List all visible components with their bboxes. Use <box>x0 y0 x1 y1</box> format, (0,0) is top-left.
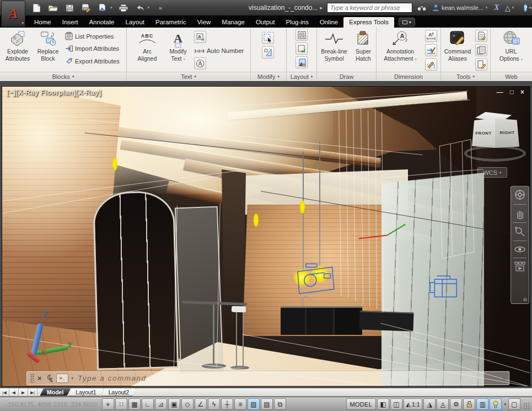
tab-model[interactable]: Model <box>40 388 71 396</box>
object-snap-tracking-toggle[interactable]: ∠ <box>195 398 207 410</box>
import-attributes-button[interactable]: Import Attributes <box>65 45 119 52</box>
merge-layout-button[interactable] <box>295 56 308 68</box>
stretch-multiple-button[interactable] <box>262 46 274 58</box>
quick-view-layouts-button[interactable]: ◧ <box>377 398 389 410</box>
customize-wrench-icon[interactable] <box>45 375 53 382</box>
tab-layout[interactable]: Layout <box>120 17 151 28</box>
command-close-icon[interactable]: × <box>37 374 42 382</box>
arc-aligned-button[interactable]: ABC ArcAligned <box>132 29 162 70</box>
panel-layout-footer[interactable]: Layout ▾ <box>287 72 316 81</box>
save-button[interactable] <box>64 2 75 13</box>
isolate-objects-button[interactable] <box>490 398 502 410</box>
application-menu-button[interactable]: A ▾ <box>1 1 25 27</box>
chevron-down-icon[interactable]: ▾ <box>110 6 112 10</box>
snap-mode-toggle[interactable]: ∷ <box>115 398 127 410</box>
orbit-icon[interactable] <box>514 244 526 254</box>
open-file-button[interactable] <box>47 2 58 13</box>
tab-output[interactable]: Output <box>250 17 281 28</box>
tab-online[interactable]: Online <box>314 17 343 28</box>
dim-reassociate-button[interactable] <box>425 44 437 56</box>
tab-view[interactable]: View <box>192 17 217 28</box>
signed-in-user[interactable]: kean.walmsle... ▾ <box>432 4 487 12</box>
copy-list-button[interactable] <box>475 44 487 56</box>
annotation-attachment-button[interactable]: A AnnotationAttachment ▾ <box>379 29 422 70</box>
wcs-dropdown[interactable]: WCS ▾ <box>477 167 507 178</box>
first-layout-button[interactable]: |◀ <box>0 388 9 396</box>
infer-constraints-toggle[interactable]: ⌖ <box>102 398 114 410</box>
panel-text-footer[interactable]: Text ▾ <box>127 72 250 81</box>
tab-layout1[interactable]: Layout1 <box>68 388 103 396</box>
list-properties-button[interactable]: List Properties <box>65 32 114 40</box>
command-aliases-button[interactable]: > CommandAliases <box>442 29 473 70</box>
dynamic-ucs-toggle[interactable]: ϟ <box>208 398 220 410</box>
print-button[interactable] <box>118 2 129 13</box>
lineweight-toggle[interactable]: ≡ <box>234 398 246 410</box>
transparency-toggle[interactable]: ▨ <box>248 398 260 410</box>
annotation-scale-button[interactable]: ◭ 1:1 <box>404 398 423 410</box>
chevron-down-icon[interactable]: ▾ <box>512 6 514 10</box>
doc-minimize-button[interactable]: — <box>497 88 503 96</box>
tab-insert[interactable]: Insert <box>57 17 84 28</box>
modify-text-button[interactable]: A ModifyText ▾ <box>163 29 193 70</box>
steering-wheel-icon[interactable] <box>514 189 526 201</box>
save-as-button[interactable] <box>80 2 92 13</box>
chevron-down-icon[interactable]: ▾ <box>72 376 74 381</box>
convert-text-button[interactable]: A <box>194 31 206 43</box>
lock-ui-button[interactable] <box>463 398 475 410</box>
enclose-text-button[interactable]: Ⓐ <box>194 57 206 70</box>
object-snap-toggle[interactable]: ▣ <box>168 398 180 410</box>
plot-button[interactable] <box>97 2 108 13</box>
panel-blocks-footer[interactable]: Blocks ▾ <box>0 72 126 81</box>
polar-tracking-toggle[interactable]: ⊿ <box>155 398 167 410</box>
model-space-button[interactable]: MODEL <box>346 398 376 410</box>
showmotion-icon[interactable] <box>514 261 525 271</box>
viewcube-compass-ring[interactable] <box>464 145 526 162</box>
doc-close-button[interactable]: × <box>520 88 524 96</box>
title-arrow-icon[interactable]: ▸ <box>320 5 323 10</box>
export-attributes-button[interactable]: Export Attributes <box>65 57 120 65</box>
navbar-collapse-icon[interactable]: ⊖ <box>523 297 527 302</box>
prev-layout-button[interactable]: ◀ <box>9 388 19 396</box>
tab-express-tools[interactable]: Express Tools <box>343 17 394 28</box>
system-variables-button[interactable] <box>475 30 487 42</box>
edit-page-button[interactable] <box>475 58 487 71</box>
workspace-switching-button[interactable]: ⚙ <box>450 398 462 410</box>
ribbon-minimize-button[interactable]: ▾ <box>399 18 415 26</box>
explode-attributes-button[interactable]: ExplodeAttributes <box>3 29 33 70</box>
grid-display-toggle[interactable]: ▦ <box>128 398 141 410</box>
search-input[interactable] <box>327 3 412 13</box>
resize-grip[interactable] <box>523 403 530 409</box>
super-hatch-button[interactable]: SuperHatch <box>351 29 375 70</box>
auto-number-button[interactable]: 1›2›3 Auto Number <box>194 47 244 54</box>
pan-hand-icon[interactable] <box>514 208 525 219</box>
zoom-icon[interactable] <box>514 226 525 237</box>
tab-annotate[interactable]: Annotate <box>83 17 120 28</box>
align-space-button[interactable] <box>295 29 308 41</box>
statusbar-menu-icon[interactable]: ▾ <box>504 402 506 407</box>
synchronize-viewports-button[interactable] <box>295 42 308 55</box>
tab-parametric[interactable]: Parametric <box>150 17 192 28</box>
chevron-down-icon[interactable]: ▾ <box>148 6 150 10</box>
exchange-apps-icon[interactable]: X <box>494 3 499 12</box>
next-layout-button[interactable]: ▶ <box>19 388 28 396</box>
annotation-autoscale-button[interactable]: ◬ <box>437 398 449 410</box>
dim-text-above-button[interactable]: A <box>425 30 437 42</box>
panel-modify-footer[interactable]: Modify ▾ <box>251 72 286 81</box>
dim-update-button[interactable] <box>425 58 437 71</box>
search-binoculars-icon[interactable] <box>417 4 427 12</box>
help-button[interactable]: ? <box>524 4 527 12</box>
viewcube[interactable]: FRONT RIGHT <box>464 112 526 165</box>
dynamic-input-toggle[interactable]: ┼ <box>221 398 233 410</box>
command-prompt-icon[interactable]: >_ <box>56 373 68 383</box>
drawing-viewport[interactable]: Z Y X [−][X-Ray Floorplan][X-Ray] — □ × … <box>2 86 530 387</box>
ortho-mode-toggle[interactable]: ∟ <box>142 398 154 410</box>
new-file-button[interactable] <box>31 2 42 13</box>
clean-screen-button[interactable]: ▢ <box>508 398 520 410</box>
command-line-grip[interactable] <box>30 373 34 383</box>
panel-tools-footer[interactable]: Tools ▾ <box>441 72 490 81</box>
viewcube-front-face[interactable]: FRONT <box>472 118 495 148</box>
annotation-visibility-button[interactable]: ◮ <box>423 398 436 410</box>
viewcube-right-face[interactable]: RIGHT <box>495 117 519 148</box>
tab-plugins[interactable]: Plug-ins <box>280 17 314 28</box>
command-history-icon[interactable]: » <box>502 375 506 382</box>
